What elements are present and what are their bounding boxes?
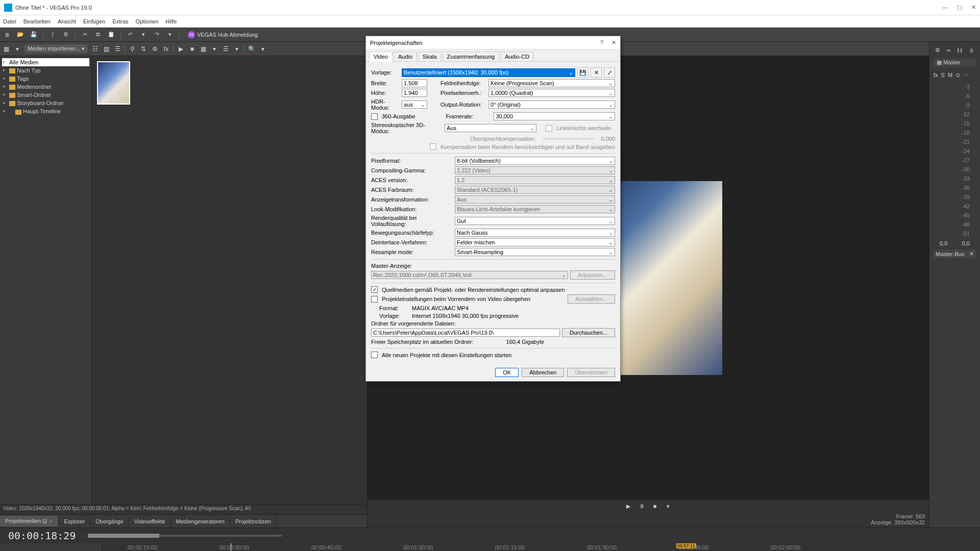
tab-audio[interactable]: Audio <box>394 52 417 61</box>
tree-media-folder[interactable]: Medienordner <box>2 83 89 91</box>
help-icon[interactable]: ? <box>600 39 603 46</box>
master-label[interactable]: ▦ Master <box>934 58 976 67</box>
adapt-src-checkbox[interactable]: ✓ <box>371 286 378 293</box>
tab-videofx[interactable]: Videoeffekte <box>129 516 171 527</box>
prerender-checkbox[interactable] <box>371 296 378 303</box>
stop-icon[interactable]: ■ <box>651 502 659 510</box>
pause-icon[interactable]: ⏸ <box>638 502 646 510</box>
sliders-icon[interactable]: ⫼ <box>967 46 975 54</box>
timecode[interactable]: 00:00:18:29 <box>0 530 84 542</box>
gear-icon[interactable]: ⚙ <box>934 46 942 54</box>
stereo-select[interactable]: Aus <box>445 124 536 132</box>
tree-icon[interactable]: ☷ <box>91 45 99 53</box>
tab-explorer[interactable]: Explorer <box>59 516 90 527</box>
tree-tags[interactable]: Tags <box>2 74 89 83</box>
paste-icon[interactable]: 📋 <box>107 31 115 39</box>
import-media-button[interactable]: Medien importieren... ▾ <box>24 44 88 53</box>
track-area[interactable]: 00:00:15:00 00:00:30:00 00:00:45:00 00:0… <box>102 543 980 551</box>
chevron-down-icon[interactable]: ▾ <box>664 502 672 510</box>
search-icon[interactable]: 🔍 <box>248 45 256 53</box>
chevron-down-icon[interactable]: ▾ <box>13 45 21 53</box>
menu-options[interactable]: Optionen <box>136 18 159 24</box>
more-icon[interactable]: ⋯ <box>963 72 969 79</box>
list-icon[interactable]: ☰ <box>113 45 121 53</box>
palette-icon[interactable]: ▦ <box>2 45 10 53</box>
track-1-header[interactable]: 1 M S ≡ <box>0 543 102 551</box>
tab-summary[interactable]: Zusammenfassung <box>443 52 500 61</box>
hdr-select[interactable]: aus <box>402 101 427 109</box>
playhead[interactable] <box>231 543 231 551</box>
chevron-down-icon[interactable]: ▾ <box>210 45 218 53</box>
play-icon[interactable]: ▶ <box>177 45 185 53</box>
tree-by-type[interactable]: Nach Typ <box>2 66 89 74</box>
rotation-select[interactable]: 0° (Original) <box>488 101 615 109</box>
browse-button[interactable]: Durchsuchen... <box>562 328 615 337</box>
tree-main-timeline[interactable]: Haupt-Timeline <box>2 107 89 115</box>
tab-notes[interactable]: Projektnotizen <box>230 516 277 527</box>
tab-scale[interactable]: Skala <box>418 52 442 61</box>
mono-button[interactable]: ⊙ <box>955 72 960 79</box>
pixfmt-select[interactable]: 8-bit (Vollbereich) <box>455 157 615 165</box>
chevron-down-icon[interactable]: ▾ <box>139 31 148 39</box>
menu-insert[interactable]: Einfügen <box>83 18 105 24</box>
scissors-icon[interactable]: ✂ <box>81 31 89 39</box>
close-icon[interactable]: ✕ <box>971 4 976 11</box>
filter-icon[interactable]: ⚲ <box>128 45 136 53</box>
tree-all-media[interactable]: Alle Medien <box>2 58 89 66</box>
menu-view[interactable]: Ansicht <box>58 18 76 24</box>
stop-icon[interactable]: ■ <box>188 45 196 53</box>
tab-video[interactable]: Video <box>369 52 393 62</box>
dialog-titlebar[interactable]: Projekteigenschaften ? ✕ <box>366 36 620 49</box>
gear-icon[interactable]: ⚙ <box>151 45 159 53</box>
field-select[interactable]: Keine (Progressive Scan) <box>488 79 615 87</box>
properties-icon[interactable]: ⚙ <box>62 31 70 39</box>
grid-icon[interactable]: ▨ <box>102 45 110 53</box>
save-icon[interactable]: 💾 <box>30 31 38 39</box>
delete-template-icon[interactable]: ✕ <box>591 67 602 78</box>
tree-storyboard[interactable]: Storyboard-Ordner <box>2 99 89 107</box>
minimize-icon[interactable]: — <box>942 4 948 11</box>
tab-projectmedia[interactable]: Projektmedien ⊡✕ <box>0 516 59 527</box>
media-thumbnail[interactable] <box>97 61 130 105</box>
link-icon[interactable]: ∞ <box>945 46 953 54</box>
open-icon[interactable]: 📂 <box>16 31 24 39</box>
options-icon[interactable]: ☰ <box>222 45 230 53</box>
maximize-icon[interactable]: ▢ <box>957 4 962 11</box>
chevron-down-icon[interactable]: ▾ <box>233 45 241 53</box>
menu-help[interactable]: Hilfe <box>165 18 177 24</box>
fx-icon[interactable]: fx <box>934 72 938 78</box>
template-select[interactable]: Benutzerdefiniert (1508x1940; 30,000 fps… <box>402 68 575 77</box>
folder-input[interactable] <box>371 329 560 337</box>
menu-edit[interactable]: Bearbeiten <box>23 18 51 24</box>
hub-button[interactable]: H VEGAS Hub Abmeldung <box>188 31 258 38</box>
sort-icon[interactable]: ⇅ <box>139 45 148 53</box>
tab-audiocd[interactable]: Audio-CD <box>500 52 534 61</box>
solo-button[interactable]: S <box>941 72 945 78</box>
chevron-down-icon[interactable]: ▾ <box>259 45 267 53</box>
pin-icon[interactable]: ⊡ <box>42 518 47 524</box>
copy-icon[interactable]: ⧉ <box>94 31 102 39</box>
zoom-slider[interactable] <box>88 535 282 537</box>
mixer-icon[interactable]: ⫿⫿ <box>956 46 964 54</box>
view-icon[interactable]: ▦ <box>199 45 207 53</box>
save-template-icon[interactable]: 💾 <box>577 67 589 78</box>
cancel-button[interactable]: Abbrechen <box>522 368 564 377</box>
fx-icon[interactable]: fx <box>162 45 170 53</box>
region-marker[interactable]: 00:57:11 <box>676 543 696 548</box>
render-icon[interactable]: ⤴ <box>48 31 57 39</box>
menu-file[interactable]: Datei <box>3 18 16 24</box>
output360-checkbox[interactable] <box>371 113 378 120</box>
resample-select[interactable]: Smart-Resampling <box>455 248 615 256</box>
ok-button[interactable]: OK <box>495 368 519 377</box>
match-media-icon[interactable]: ⤢ <box>604 67 615 78</box>
menu-extras[interactable]: Extras <box>112 18 128 24</box>
new-icon[interactable]: 🗎 <box>3 31 11 39</box>
allnew-checkbox[interactable] <box>371 352 378 358</box>
timeline-ruler[interactable]: 00:00:15:00 00:00:30:00 00:00:45:00 00:0… <box>102 543 980 551</box>
chevron-down-icon[interactable]: ▾ <box>166 31 174 39</box>
renderquality-select[interactable]: Gut <box>455 217 615 225</box>
height-input[interactable] <box>402 89 427 97</box>
tab-close-icon[interactable]: ✕ <box>49 519 53 524</box>
tree-smart-folder[interactable]: Smart-Ordner <box>2 91 89 99</box>
redo-icon[interactable]: ↷ <box>153 31 161 39</box>
